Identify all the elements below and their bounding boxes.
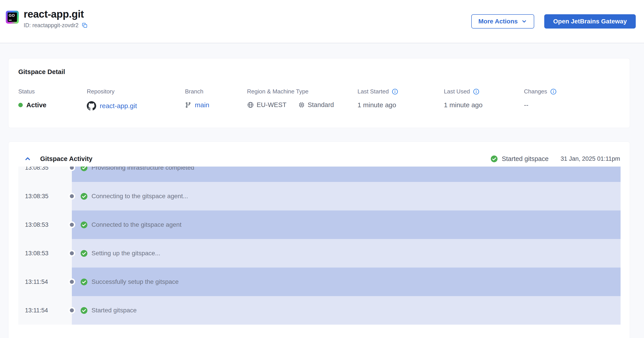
goland-logo-underscore bbox=[9, 20, 12, 21]
last-started-label: Last Started bbox=[358, 88, 389, 95]
log-time: 13:11:54 bbox=[25, 279, 48, 285]
timeline-dot bbox=[70, 251, 74, 255]
log-time: 13:08:35 bbox=[25, 193, 48, 200]
log-row: 13:08:35 Provisioning infrastructure com… bbox=[18, 167, 620, 182]
activity-log: 13:08:35 Provisioning infrastructure com… bbox=[18, 167, 620, 325]
repository-label: Repository bbox=[87, 88, 137, 95]
log-time: 13:11:54 bbox=[25, 307, 48, 314]
branch-link[interactable]: main bbox=[195, 101, 209, 109]
activity-status-text: Started gitspace bbox=[502, 155, 549, 163]
last-started-value: 1 minute ago bbox=[358, 101, 396, 109]
git-branch-icon bbox=[185, 102, 191, 108]
machine-type-value: Standard bbox=[308, 101, 334, 109]
branch-label: Branch bbox=[185, 88, 209, 95]
check-circle-icon bbox=[80, 167, 88, 171]
check-circle-icon bbox=[80, 278, 88, 286]
goland-logo-icon: GO bbox=[6, 11, 19, 24]
log-row: 13:08:53 Connected to the gitspace agent bbox=[18, 211, 620, 239]
gitspace-detail-title: Gitspace Detail bbox=[18, 68, 620, 76]
timeline-dot bbox=[70, 308, 74, 312]
log-message: Successfully setup the gitspace bbox=[92, 278, 179, 285]
gitspace-id: ID: reactappgit-zovdr2 bbox=[24, 22, 78, 28]
log-row: 13:08:35 Connecting to the gitspace agen… bbox=[18, 182, 620, 211]
open-jetbrains-gateway-button[interactable]: Open JetBrains Gateway bbox=[544, 14, 636, 28]
check-circle-icon bbox=[490, 155, 498, 163]
gitspace-detail-card: Gitspace Detail Status Active Repository… bbox=[8, 58, 630, 128]
activity-status-time: 31 Jan, 2025 01:11pm bbox=[560, 155, 620, 162]
check-circle-icon bbox=[80, 193, 88, 200]
timeline-dot bbox=[70, 280, 74, 284]
log-message: Provisioning infrastructure completed bbox=[92, 167, 194, 171]
open-jetbrains-gateway-label: Open JetBrains Gateway bbox=[553, 18, 627, 25]
field-branch: Branch main bbox=[185, 88, 209, 109]
globe-icon bbox=[247, 101, 254, 108]
status-value: Active bbox=[26, 101, 46, 109]
chevron-up-icon[interactable] bbox=[24, 155, 31, 162]
last-used-value: 1 minute ago bbox=[444, 101, 482, 109]
log-row: 13:08:53 Setting up the gitspace... bbox=[18, 239, 620, 268]
more-actions-label: More Actions bbox=[478, 18, 518, 25]
check-circle-icon bbox=[80, 250, 88, 257]
check-circle-icon bbox=[80, 307, 88, 314]
log-message: Connected to the gitspace agent bbox=[92, 221, 182, 228]
cpu-chip-icon bbox=[298, 101, 305, 108]
changes-value: -- bbox=[524, 101, 528, 109]
log-time: 13:08:35 bbox=[25, 167, 48, 171]
repository-link[interactable]: react-app.git bbox=[100, 102, 137, 110]
log-message: Started gitspace bbox=[92, 307, 136, 314]
field-last-used: Last Used 1 minute ago bbox=[444, 88, 482, 109]
goland-logo-text: GO bbox=[9, 13, 15, 18]
field-region-machine: Region & Machine Type EU-WEST bbox=[247, 88, 342, 109]
log-row: 13:11:54 Started gitspace bbox=[18, 296, 620, 325]
timeline-dot bbox=[70, 194, 74, 198]
log-time: 13:08:53 bbox=[25, 221, 48, 228]
field-repository: Repository react-app.git bbox=[87, 88, 137, 111]
more-actions-button[interactable]: More Actions bbox=[471, 14, 534, 28]
region-value: EU-WEST bbox=[256, 101, 286, 109]
timeline-dot bbox=[70, 223, 74, 227]
status-label: Status bbox=[18, 88, 46, 95]
info-icon[interactable] bbox=[392, 88, 398, 95]
changes-label: Changes bbox=[524, 88, 547, 95]
activity-title: Gitspace Activity bbox=[40, 155, 92, 163]
activity-log-viewport[interactable]: 13:08:35 Provisioning infrastructure com… bbox=[18, 167, 620, 325]
log-message: Setting up the gitspace... bbox=[92, 250, 160, 257]
field-last-started: Last Started 1 minute ago bbox=[358, 88, 398, 109]
check-circle-icon bbox=[80, 221, 88, 229]
log-time: 13:08:53 bbox=[25, 250, 48, 257]
status-active-dot bbox=[18, 103, 23, 107]
log-row: 13:11:54 Successfully setup the gitspace bbox=[18, 268, 620, 296]
github-icon bbox=[87, 101, 96, 111]
copy-icon[interactable] bbox=[82, 22, 88, 28]
log-message: Connecting to the gitspace agent... bbox=[92, 193, 188, 200]
page-title: react-app.git bbox=[24, 8, 88, 20]
region-machine-label: Region & Machine Type bbox=[247, 88, 342, 95]
field-changes: Changes -- bbox=[524, 88, 556, 109]
chevron-down-icon bbox=[521, 18, 527, 24]
page-header: GO react-app.git ID: reactappgit-zovdr2 … bbox=[0, 0, 644, 43]
info-icon[interactable] bbox=[473, 88, 479, 95]
field-status: Status Active bbox=[18, 88, 46, 109]
last-used-label: Last Used bbox=[444, 88, 470, 95]
gitspace-activity-card: Gitspace Activity Started gitspace 31 Ja… bbox=[8, 142, 630, 338]
info-icon[interactable] bbox=[550, 88, 556, 95]
